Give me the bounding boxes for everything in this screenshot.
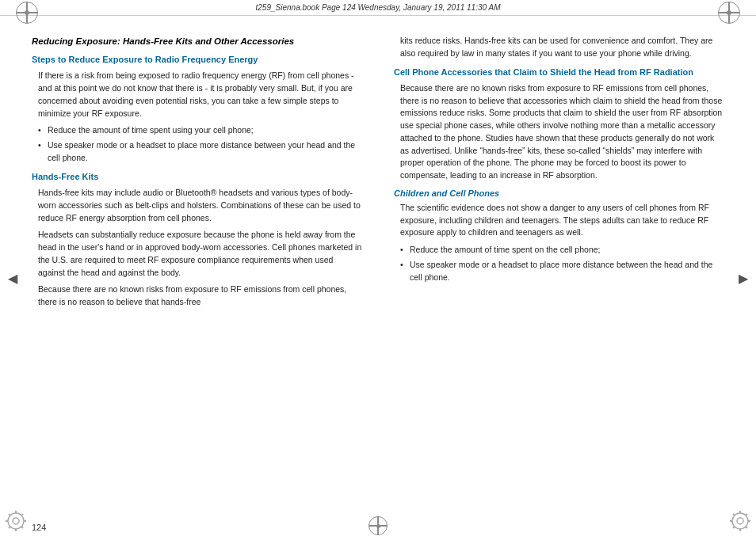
top-bar: t259_Sienna.book Page 124 Wednesday, Jan… xyxy=(0,0,756,16)
left-column: Reducing Exposure: Hands-Free Kits and O… xyxy=(0,16,378,540)
sub2-body2: Headsets can substantially reduce exposu… xyxy=(32,229,362,279)
bullet-item: Use speaker mode or a headset to place m… xyxy=(38,139,362,165)
sub4-bullets: Reduce the amount of time spent on the c… xyxy=(394,244,724,283)
corner-bl-gear xyxy=(5,510,27,535)
corner-br-gear xyxy=(729,510,751,535)
bullet-item: Use speaker mode or a headset to place m… xyxy=(400,259,724,284)
svg-line-18 xyxy=(746,514,747,515)
sub2-body3: Because there are no known risks from ex… xyxy=(32,283,362,309)
bottom-center-compass xyxy=(368,516,388,535)
sub1-bullets: Reduce the amount of time spent using yo… xyxy=(32,124,362,164)
bullet-item: Reduce the amount of time spent using yo… xyxy=(38,124,362,137)
sub2-body1: Hands-free kits may include audio or Blu… xyxy=(32,187,362,224)
svg-point-1 xyxy=(13,518,19,524)
bullet-item: Reduce the amount of time spent on the c… xyxy=(400,244,724,257)
svg-line-9 xyxy=(9,527,10,528)
page-number: 124 xyxy=(32,523,46,532)
svg-line-6 xyxy=(9,514,10,515)
topbar-text: t259_Sienna.book Page 124 Wednesday, Jan… xyxy=(256,3,501,12)
sub1-heading: Steps to Reduce Exposure to Radio Freque… xyxy=(32,54,362,66)
sub2-heading: Hands-Free Kits xyxy=(32,171,362,183)
sub1-body: If there is a risk from being exposed to… xyxy=(32,70,362,120)
svg-line-16 xyxy=(733,514,735,515)
sub3-heading: Cell Phone Accessories that Claim to Shi… xyxy=(394,67,724,78)
body-cont: kits reduce risks. Hands-free kits can b… xyxy=(394,35,724,60)
sub4-heading: Children and Cell Phones xyxy=(394,188,724,198)
page-content: ◀ ▶ Reducing Exposure: Hands-Free Kits a… xyxy=(0,16,756,540)
right-column: kits reduce risks. Hands-free kits can b… xyxy=(378,16,756,540)
svg-line-19 xyxy=(733,527,735,528)
page-container: t259_Sienna.book Page 124 Wednesday, Jan… xyxy=(0,0,756,540)
sub3-body: Because there are no known risks from ex… xyxy=(394,82,724,182)
main-heading: Reducing Exposure: Hands-Free Kits and O… xyxy=(32,35,362,48)
svg-point-11 xyxy=(737,518,743,524)
sub4-body: The scientific evidence does not show a … xyxy=(394,202,724,239)
svg-line-8 xyxy=(21,514,23,515)
svg-line-17 xyxy=(746,527,747,528)
svg-line-7 xyxy=(21,527,23,528)
